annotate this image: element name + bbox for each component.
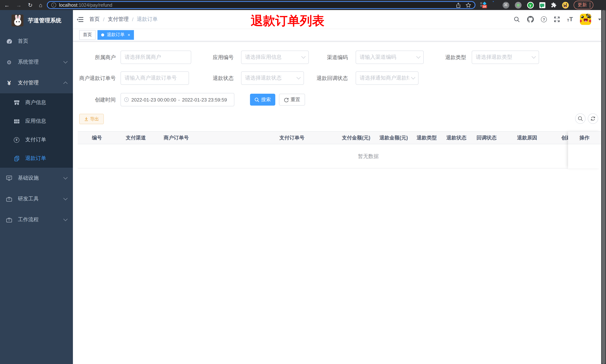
font-size-icon[interactable]: TT [567,16,573,22]
refund-type-select[interactable]: 请选择退款类型 [472,51,539,64]
sidebar-item-home[interactable]: 首页 [0,31,73,52]
tags-view-bar: 首页 退款订单 × [73,29,606,41]
chevron-down-icon [532,54,536,59]
sidebar-item-pay-order[interactable]: ¥ 支付订单 [0,130,73,149]
user-avatar[interactable] [580,14,591,25]
clock-icon [124,97,129,102]
share-icon[interactable] [456,2,460,8]
column-header-actions: 操作 [568,131,601,144]
tab-label: 退款订单 [107,32,125,38]
column-header-pay-amount: 支付金额(元) [342,132,370,144]
filter-label-app: 应用编号 [193,51,234,64]
pay-submenu: 商户信息 应用信息 ¥ 支付订单 [0,93,73,168]
extension-green-dot-icon[interactable] [515,2,521,8]
extension-balloon-icon[interactable] [492,2,497,8]
grid-table-icon [13,119,20,124]
date-range-picker[interactable]: 2022-01-23 00:00:00 - 2022-01-23 23:59:5… [120,93,234,106]
browser-reload-icon[interactable]: ↻ [28,2,33,8]
sidebar-item-label: 系统管理 [18,59,39,65]
sidebar: 芋道管理系统 首页 ⚙ 系统管理 ¥ 支付管理 [0,10,73,364]
bookmark-star-icon[interactable] [466,2,471,8]
page-scrollbar[interactable] [601,10,606,364]
filter-label-refund-type: 退款类型 [425,51,466,64]
extension-command-icon[interactable]: ⌘ [502,2,509,8]
sidebar-item-workflow[interactable]: 工作流程 [0,209,73,230]
sidebar-item-label: 支付订单 [25,136,46,143]
app-title: 芋道管理系统 [28,17,61,24]
sidebar-item-pay[interactable]: ¥ 支付管理 [0,73,73,93]
extension-chat-icon[interactable] [539,2,545,8]
document-copy-icon [13,156,20,161]
browser-extensions: 10 ⌘ y [480,2,569,8]
extension-badge: 10 [482,5,487,8]
help-icon[interactable]: ? [541,16,547,22]
browser-forward-icon[interactable]: → [16,2,22,8]
column-header-callback-status: 回调状态 [476,132,497,144]
sidebar-item-merchant-info[interactable]: 商户信息 [0,93,73,112]
breadcrumb-separator: / [132,16,133,22]
export-button[interactable]: 导出 [79,114,104,124]
table-header: 编号 支付渠道 商户订单号 支付订单号 支付金额(元) 退款金额(元) 退款类型… [78,131,601,144]
browser-update-button[interactable]: 更新 [573,1,593,9]
breadcrumb-refund: 退款订单 [137,16,158,23]
github-icon[interactable] [527,16,534,23]
refresh-table-button[interactable] [588,113,598,124]
main-content: 所属商户 请选择所属商户 应用编号 请选择应用信息 渠道编码 请输入渠道编码 退… [73,41,606,364]
column-header-refund-status: 退款状态 [447,132,466,144]
search-button[interactable]: 搜索 [250,94,275,105]
close-icon[interactable]: × [128,33,130,37]
tab-refund-order[interactable]: 退款订单 × [97,30,134,39]
refund-status-select[interactable]: 请选择退款状态 [241,71,304,85]
date-start-value[interactable]: 2022-01-23 00:00:00 [131,97,176,103]
dashboard-icon [6,39,12,44]
sidebar-item-label: 支付管理 [18,79,39,86]
channel-select[interactable]: 请输入渠道编码 [356,51,424,64]
merchant-select[interactable]: 请选择所属商户 [120,51,191,64]
sidebar-item-infra[interactable]: 基础设施 [0,168,73,189]
sidebar-item-label: 应用信息 [25,118,46,125]
breadcrumb-pay[interactable]: 支付管理 [108,16,129,23]
sidebar-item-label: 研发工具 [18,195,39,202]
app-select[interactable]: 请选择应用信息 [241,51,309,64]
active-dot [101,33,104,36]
placeholder: 请选择退款状态 [245,75,295,81]
sidebar-item-label: 基础设施 [18,175,39,182]
placeholder: 请选择通知商户退款结果 [360,75,409,81]
merchant-refund-no-input[interactable]: 请输入商户退款订单号 [120,71,189,85]
fixed-action-column: 操作 [568,131,601,169]
tab-home[interactable]: 首页 [79,30,96,39]
browser-home-icon[interactable]: ⌂ [39,2,42,8]
fullscreen-icon[interactable] [554,16,560,22]
notify-status-select[interactable]: 请选择通知商户退款结果 [356,71,419,85]
browser-back-icon[interactable]: ← [4,2,10,8]
toggle-search-button[interactable] [575,113,586,124]
avatar-caret-icon[interactable] [598,18,601,20]
export-button-label: 导出 [90,116,99,122]
chevron-down-icon [64,59,68,64]
profile-emoji-avatar[interactable] [562,2,569,8]
sidebar-item-refund-order[interactable]: 退款订单 [0,149,73,168]
sidebar-collapse-icon[interactable] [73,10,86,29]
column-header-id: 编号 [92,132,102,144]
sidebar-item-dev-tools[interactable]: 研发工具 [0,189,73,209]
browser-menu-icon[interactable] [590,3,590,7]
sidebar-item-label: 退款订单 [25,155,46,162]
search-icon[interactable] [514,16,520,23]
filter-label-merchant: 所属商户 [75,51,116,64]
scrollbar-thumb[interactable] [602,10,605,364]
site-info-icon[interactable]: i [51,3,56,7]
table-body: 暂无数据 [78,144,601,169]
address-bar[interactable]: i localhost:1024/pay/refund [47,1,475,9]
tab-label: 首页 [83,32,92,38]
sidebar-item-system[interactable]: ⚙ 系统管理 [0,52,73,73]
app-logo[interactable]: 芋道管理系统 [0,10,73,31]
browser-toolbar: ← → ↻ ⌂ i localhost:1024/pay/refund [0,0,606,10]
extensions-puzzle-icon[interactable] [551,2,556,8]
breadcrumb-home[interactable]: 首页 [89,16,100,23]
date-end-value[interactable]: 2022-01-23 23:59:59 [182,97,231,103]
extension-y-icon[interactable]: y [527,2,534,8]
reset-button[interactable]: 重置 [279,94,305,105]
sidebar-item-app-info[interactable]: 应用信息 [0,112,73,130]
extension-diamond-icon[interactable]: 10 [480,2,487,8]
placeholder: 请选择应用信息 [245,54,300,61]
